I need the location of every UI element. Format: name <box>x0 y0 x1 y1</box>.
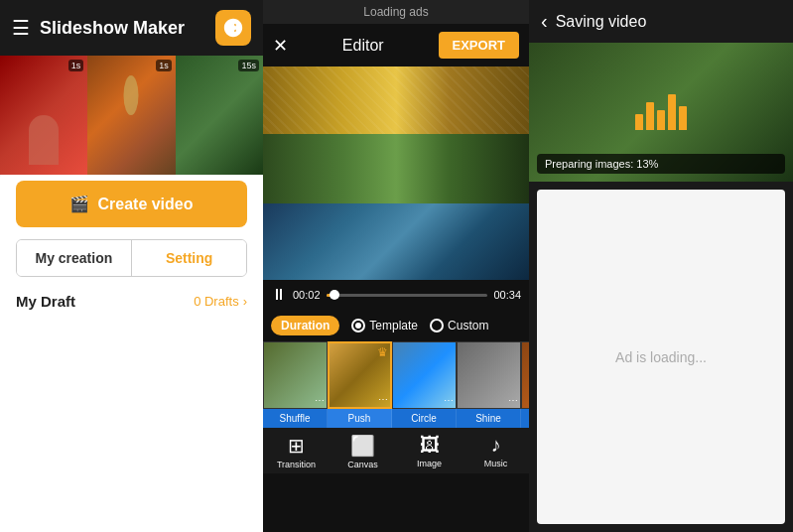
editor-header: ✕ Editor EXPORT <box>263 24 529 66</box>
create-video-label: Create video <box>97 196 193 213</box>
tab-buttons: My creation Setting <box>16 239 247 277</box>
film-item-5[interactable] <box>521 341 529 409</box>
hamburger-icon[interactable]: ☰ <box>12 16 30 40</box>
template-radio[interactable]: Template <box>351 319 418 332</box>
transition-circle[interactable]: Circle <box>392 409 457 428</box>
app-logo <box>215 10 251 46</box>
saving-preview: Preparing images: 13% <box>529 43 793 182</box>
progress-dot <box>330 290 339 300</box>
my-draft-label: My Draft <box>16 293 75 310</box>
clapperboard-icon: 🎬 <box>69 195 89 213</box>
setting-tab[interactable]: Setting <box>132 240 246 276</box>
app-header: ☰ Slideshow Maker <box>0 0 263 56</box>
frame-mid <box>263 134 529 207</box>
custom-label: Custom <box>448 319 488 332</box>
push-label: Push <box>348 413 371 424</box>
image-tool-label: Image <box>417 459 442 468</box>
frame-top <box>263 66 529 138</box>
progress-bar[interactable] <box>327 294 488 297</box>
transition-dots-4: ⋯ <box>508 395 518 406</box>
ad-container: Ad is loading... <box>537 190 785 524</box>
export-button[interactable]: EXPORT <box>439 32 519 59</box>
photo-strip: 1s 1s 15s <box>0 56 263 175</box>
transition-shuffle[interactable]: Shuffle <box>263 409 328 428</box>
photo-item-1: 1s <box>0 56 87 175</box>
tool-image[interactable]: 🖼 Image <box>396 434 463 469</box>
bar-3 <box>657 110 665 130</box>
ads-loading-text: Loading ads <box>363 5 428 19</box>
center-panel: Loading ads ✕ Editor EXPORT ⏸ 00:02 00:3… <box>263 0 529 532</box>
film-item-2[interactable]: ♛ ⋯ <box>328 341 392 409</box>
transition-tool-label: Transition <box>277 460 316 469</box>
bar-chart-icon <box>635 94 687 130</box>
shuffle-label: Shuffle <box>280 413 311 424</box>
time-end: 00:34 <box>493 289 521 301</box>
video-preview <box>263 66 529 280</box>
canvas-tool-label: Canvas <box>347 460 378 469</box>
bar-4 <box>668 94 676 130</box>
logo-icon <box>222 17 244 39</box>
draft-count-row[interactable]: 0 Drafts › <box>194 294 247 309</box>
filmstrip[interactable]: ⋯ ♛ ⋯ ⋯ ⋯ <box>263 341 529 409</box>
transition-icon: ⊞ <box>288 434 305 458</box>
bar-2 <box>646 102 654 130</box>
bottom-toolbar: ⊞ Transition ⬜ Canvas 🖼 Image ♪ Music <box>263 428 529 473</box>
pause-button[interactable]: ⏸ <box>271 286 287 304</box>
playback-controls: ⏸ 00:02 00:34 <box>263 280 529 310</box>
saving-progress-overlay: Preparing images: 13% <box>537 154 785 174</box>
duration-badge-3: 15s <box>238 60 259 71</box>
saving-progress-text: Preparing images: 13% <box>545 158 658 170</box>
duration-badge-pill[interactable]: Duration <box>271 316 339 335</box>
time-start: 00:02 <box>293 289 321 301</box>
bar-5 <box>679 106 687 130</box>
template-label: Template <box>369 319 418 332</box>
my-creation-tab[interactable]: My creation <box>17 240 131 276</box>
film-item-1[interactable]: ⋯ <box>263 341 328 409</box>
photo-item-2: 1s <box>87 56 175 175</box>
close-icon[interactable]: ✕ <box>273 35 288 57</box>
duration-badge-1: 1s <box>68 60 84 71</box>
circle-label: Circle <box>411 413 437 424</box>
photo-item-3: 15s <box>176 56 263 175</box>
tool-transition[interactable]: ⊞ Transition <box>263 434 330 469</box>
image-icon: 🖼 <box>420 434 440 457</box>
draft-count-value: 0 Drafts <box>194 294 239 309</box>
music-icon: ♪ <box>491 434 501 457</box>
film-item-3[interactable]: ⋯ <box>392 341 457 409</box>
left-panel: ☰ Slideshow Maker 1s 1s 15s 🎬 Create vid… <box>0 0 263 532</box>
music-tool-label: Music <box>484 459 508 468</box>
bar-1 <box>635 114 643 130</box>
back-icon[interactable]: ‹ <box>541 10 548 33</box>
tool-canvas[interactable]: ⬜ Canvas <box>330 434 396 469</box>
template-radio-circle <box>351 319 365 332</box>
crown-icon: ♛ <box>377 345 388 359</box>
transition-dots-2: ⋯ <box>378 394 388 405</box>
action-area: 🎬 Create video My creation Setting My Dr… <box>0 165 263 532</box>
duration-controls: Duration Template Custom <box>263 310 529 341</box>
right-panel: ‹ Saving video Preparing images: 13% Ad … <box>529 0 793 532</box>
frame-bottom <box>263 203 529 280</box>
film-item-4[interactable]: ⋯ <box>457 341 521 409</box>
create-video-button[interactable]: 🎬 Create video <box>16 181 247 227</box>
saving-title: Saving video <box>556 13 647 31</box>
editor-title: Editor <box>342 37 384 55</box>
transition-shine[interactable]: Shine <box>457 409 521 428</box>
ad-loading-text: Ad is loading... <box>615 349 707 365</box>
transition-dots-1: ⋯ <box>315 395 325 406</box>
saving-header: ‹ Saving video <box>529 0 793 43</box>
ads-bar: Loading ads <box>263 0 529 24</box>
transition-buttons: Shuffle Push Circle Shine <box>263 409 529 428</box>
transition-dots-3: ⋯ <box>444 395 454 406</box>
app-title: Slideshow Maker <box>40 18 215 39</box>
chevron-right-icon: › <box>243 294 247 309</box>
tool-music[interactable]: ♪ Music <box>463 434 529 469</box>
canvas-icon: ⬜ <box>350 434 375 458</box>
duration-badge-2: 1s <box>156 60 172 71</box>
transition-push[interactable]: Push <box>328 409 392 428</box>
shine-label: Shine <box>475 413 501 424</box>
custom-radio-circle <box>430 319 444 332</box>
my-draft-row: My Draft 0 Drafts › <box>16 293 247 314</box>
custom-radio[interactable]: Custom <box>430 319 488 332</box>
